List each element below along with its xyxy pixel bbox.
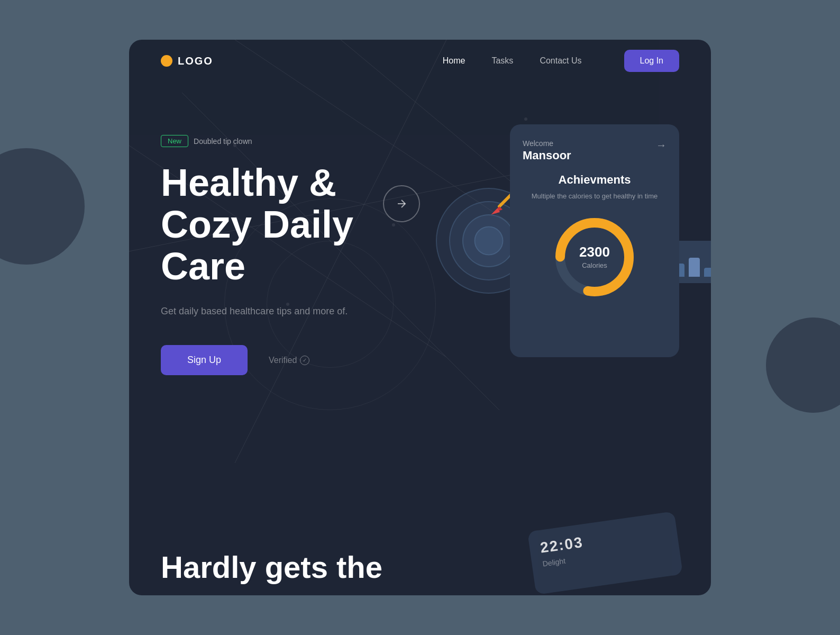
hero-title-line2: Cozy Daily bbox=[161, 203, 353, 246]
card-header: Welcome Mansoor → bbox=[523, 139, 666, 162]
hero-subtitle: Get daily based healthcare tips and more… bbox=[161, 304, 362, 319]
nav-contact[interactable]: Contact Us bbox=[540, 56, 581, 66]
donut-center: 2300 Calories bbox=[579, 244, 610, 270]
ring-4 bbox=[474, 226, 504, 256]
card-user-info: Welcome Mansoor bbox=[523, 139, 571, 162]
badge-new: New bbox=[161, 135, 188, 147]
bg-deco-circle-left bbox=[0, 148, 85, 265]
card-arrow-icon: → bbox=[656, 139, 666, 151]
hero-title-line3: Care bbox=[161, 245, 245, 287]
achievement-card: Welcome Mansoor → Achievments Multiple t… bbox=[510, 124, 679, 357]
verified-label: Verified ✓ bbox=[269, 356, 309, 365]
nav-tasks[interactable]: Tasks bbox=[491, 56, 513, 66]
achievements-title: Achievments bbox=[523, 173, 666, 187]
main-card: LOGO Home Tasks Contact Us Log In New Do… bbox=[129, 40, 711, 595]
login-button[interactable]: Log In bbox=[624, 50, 679, 72]
bar-4 bbox=[689, 258, 700, 277]
bottom-card: 22:03 Delight bbox=[527, 511, 683, 595]
welcome-text: Welcome bbox=[523, 139, 571, 148]
bottom-section: Hardly gets the 22:03 Delight bbox=[161, 511, 679, 595]
badge-description: Doubled tip clown bbox=[194, 137, 252, 146]
nav-home[interactable]: Home bbox=[443, 56, 465, 66]
signup-button[interactable]: Sign Up bbox=[161, 345, 248, 375]
bar-5 bbox=[704, 268, 711, 277]
achievements-desc: Multiple the calories to get healthy in … bbox=[523, 191, 666, 202]
bg-deco-circle-right bbox=[766, 318, 840, 413]
donut-chart: 2300 Calories bbox=[523, 212, 666, 302]
logo-text: LOGO bbox=[178, 55, 213, 67]
calories-label: Calories bbox=[582, 261, 607, 269]
user-name: Mansoor bbox=[523, 149, 571, 162]
verified-icon: ✓ bbox=[300, 356, 309, 365]
nav-links: Home Tasks Contact Us Log In bbox=[443, 50, 679, 72]
verified-text: Verified bbox=[269, 356, 297, 365]
calories-value: 2300 bbox=[579, 244, 610, 260]
hero-title: Healthy & Cozy Daily Care bbox=[161, 162, 415, 288]
logo-dot bbox=[161, 55, 172, 67]
navbar: LOGO Home Tasks Contact Us Log In bbox=[129, 40, 711, 82]
hero-title-line1: Healthy & bbox=[161, 161, 336, 204]
outer-background: LOGO Home Tasks Contact Us Log In New Do… bbox=[0, 0, 840, 635]
bottom-title: Hardly gets the bbox=[161, 549, 382, 585]
logo-area: LOGO bbox=[161, 55, 443, 67]
